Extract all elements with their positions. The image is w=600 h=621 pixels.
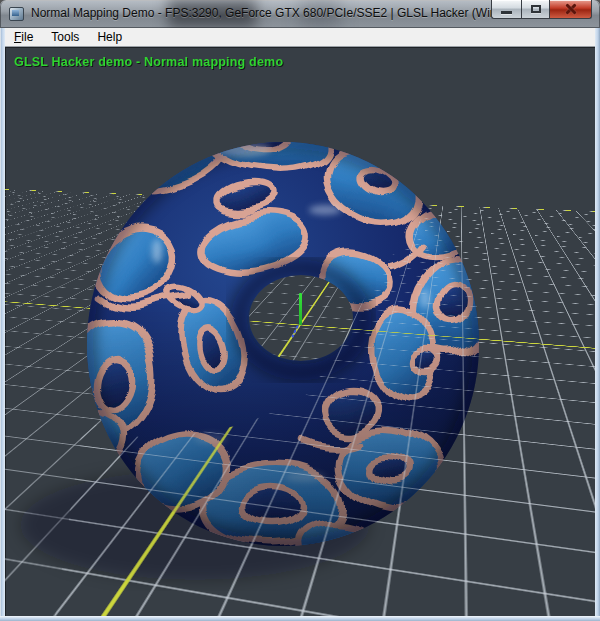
menu-item-tools[interactable]: Tools: [42, 28, 88, 46]
window-frame-left: [0, 28, 5, 616]
menu-item-file[interactable]: File: [5, 28, 42, 46]
app-icon: [9, 7, 24, 21]
minimize-button[interactable]: [491, 0, 521, 19]
maximize-button[interactable]: [521, 0, 550, 19]
window-controls: [491, 0, 592, 19]
window-frame-bottom: [0, 616, 600, 621]
window-frame-right: [595, 28, 600, 616]
viewport-3d[interactable]: GLSL Hacker demo - Normal mapping demo: [5, 47, 595, 616]
menu-item-help[interactable]: Help: [88, 28, 131, 46]
torus-model: [5, 47, 595, 616]
maximize-icon: [531, 5, 541, 13]
close-button[interactable]: [550, 0, 592, 19]
close-icon: [564, 3, 577, 16]
menubar: File Tools Help: [5, 28, 595, 47]
scene-overlay-text: GLSL Hacker demo - Normal mapping demo: [14, 55, 283, 69]
titlebar[interactable]: Normal Mapping Demo - FPS:3290, GeForce …: [0, 0, 600, 28]
app-window: Normal Mapping Demo - FPS:3290, GeForce …: [0, 0, 600, 621]
window-title: Normal Mapping Demo - FPS:3290, GeForce …: [31, 6, 520, 20]
minimize-icon: [501, 11, 512, 14]
y-axis-icon: [299, 293, 302, 325]
